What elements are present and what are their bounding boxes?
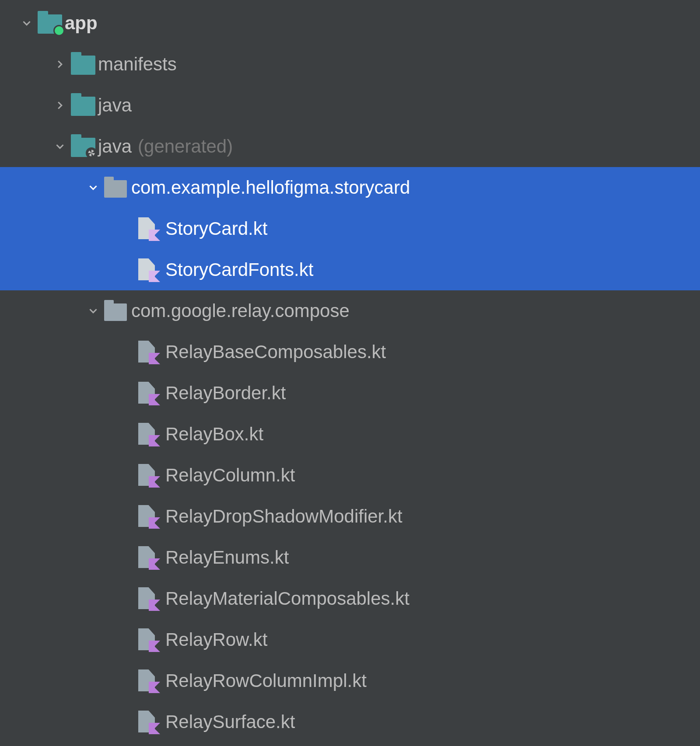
tree-label: java — [98, 137, 132, 156]
tree-label: RelayBaseComposables.kt — [165, 343, 386, 361]
tree-label: RelayDropShadowModifier.kt — [165, 507, 402, 526]
chevron-down-icon[interactable] — [16, 17, 38, 30]
tree-label: manifests — [98, 55, 177, 73]
kotlin-file-icon — [138, 341, 158, 363]
tree-row-package-relay[interactable]: com.google.relay.compose — [0, 290, 700, 331]
tree-row-package-storycard[interactable]: com.example.hellofigma.storycard — [0, 167, 700, 208]
tree-row-file[interactable]: RelaySurface.kt — [0, 701, 700, 743]
tree-label-suffix: (generated) — [138, 137, 233, 156]
tree-row-file[interactable]: RelayRow.kt — [0, 619, 700, 660]
tree-row-file[interactable]: RelayDropShadowModifier.kt — [0, 496, 700, 537]
tree-row-file[interactable]: RelayBox.kt — [0, 414, 700, 455]
generated-folder-icon — [71, 138, 95, 157]
kotlin-file-icon — [138, 258, 158, 281]
tree-label: com.google.relay.compose — [131, 302, 350, 320]
tree-label: RelayRowColumnImpl.kt — [165, 672, 367, 690]
kotlin-file-icon — [138, 711, 158, 733]
tree-label: java — [98, 96, 132, 115]
tree-row-file[interactable]: StoryCardFonts.kt — [0, 249, 700, 290]
tree-label: RelayBorder.kt — [165, 384, 286, 402]
tree-row-file[interactable]: RelayRowColumnImpl.kt — [0, 660, 700, 701]
tree-row-file[interactable]: RelayMaterialComposables.kt — [0, 578, 700, 619]
kotlin-file-icon — [138, 505, 158, 528]
tree-label: app — [65, 14, 98, 32]
kotlin-file-icon — [138, 217, 158, 240]
kotlin-file-icon — [138, 587, 158, 610]
tree-label: RelayMaterialComposables.kt — [165, 589, 410, 608]
folder-icon — [71, 56, 95, 75]
tree-row-file[interactable]: StoryCard.kt — [0, 208, 700, 249]
tree-row-folder-java[interactable]: java — [0, 85, 700, 126]
tree-label: StoryCard.kt — [165, 220, 267, 238]
tree-row-file[interactable]: RelayBaseComposables.kt — [0, 331, 700, 373]
project-tree[interactable]: app manifests java — [0, 0, 700, 743]
tree-row-file[interactable]: RelayColumn.kt — [0, 455, 700, 496]
kotlin-file-icon — [138, 423, 158, 446]
chevron-right-icon[interactable] — [49, 99, 71, 112]
module-folder-icon — [38, 14, 62, 34]
kotlin-file-icon — [138, 628, 158, 651]
tree-label: StoryCardFonts.kt — [165, 261, 313, 279]
folder-icon — [71, 97, 95, 116]
tree-label: RelaySurface.kt — [165, 713, 295, 731]
chevron-down-icon[interactable] — [82, 181, 104, 194]
tree-row-file[interactable]: RelayEnums.kt — [0, 537, 700, 578]
kotlin-file-icon — [138, 464, 158, 487]
tree-label: com.example.hellofigma.storycard — [131, 178, 410, 197]
kotlin-file-icon — [138, 669, 158, 692]
tree-label: RelayRow.kt — [165, 631, 267, 649]
package-folder-icon — [104, 180, 127, 198]
package-folder-icon — [104, 303, 127, 321]
pinwheel-icon — [86, 147, 97, 159]
tree-label: RelayColumn.kt — [165, 466, 295, 485]
chevron-down-icon[interactable] — [49, 140, 71, 153]
kotlin-file-icon — [138, 546, 158, 569]
tree-row-file[interactable]: RelayBorder.kt — [0, 373, 700, 414]
kotlin-file-icon — [138, 382, 158, 404]
tree-label: RelayEnums.kt — [165, 548, 289, 567]
tree-label: RelayBox.kt — [165, 425, 263, 443]
chevron-down-icon[interactable] — [82, 304, 104, 317]
tree-row-folder-java-generated[interactable]: java (generated) — [0, 126, 700, 167]
chevron-right-icon[interactable] — [49, 58, 71, 71]
tree-row-folder-manifests[interactable]: manifests — [0, 44, 700, 85]
tree-row-module-app[interactable]: app — [0, 3, 700, 44]
